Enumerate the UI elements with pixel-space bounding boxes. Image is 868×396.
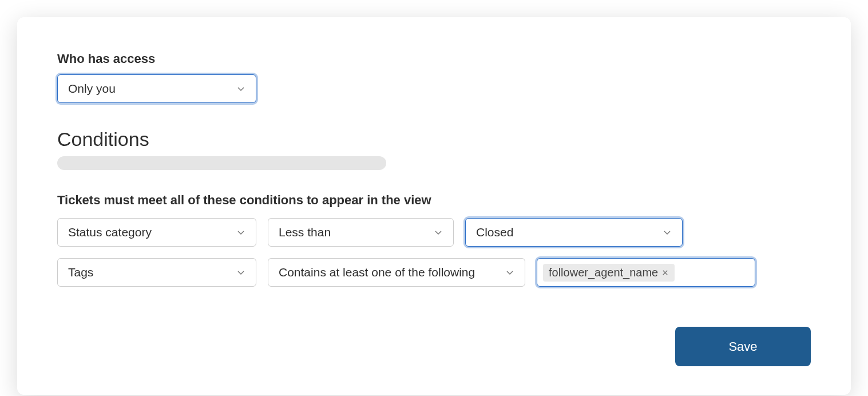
condition-value-text: Closed	[476, 225, 513, 239]
chevron-down-icon	[236, 268, 245, 277]
chevron-down-icon	[505, 268, 514, 277]
condition-field-select[interactable]: Status category	[57, 218, 256, 247]
condition-field-select[interactable]: Tags	[57, 258, 256, 287]
tag-chip: follower_agent_name	[543, 264, 675, 282]
conditions-description-placeholder	[57, 156, 386, 170]
access-label: Who has access	[57, 52, 811, 66]
condition-row: Status category Less than Closed	[57, 218, 811, 247]
conditions-subtext: Tickets must meet all of these condition…	[57, 193, 811, 208]
chevron-down-icon	[236, 84, 245, 93]
condition-operator-select[interactable]: Contains at least one of the following	[268, 258, 525, 287]
condition-row: Tags Contains at least one of the follow…	[57, 258, 811, 287]
view-settings-card: Who has access Only you Conditions Ticke…	[17, 17, 851, 395]
condition-operator-value: Less than	[279, 225, 331, 239]
access-select[interactable]: Only you	[57, 74, 256, 103]
condition-field-value: Tags	[68, 266, 93, 279]
condition-tag-input[interactable]: follower_agent_name	[537, 258, 755, 287]
conditions-title: Conditions	[57, 128, 811, 151]
condition-operator-value: Contains at least one of the following	[279, 266, 475, 279]
close-icon[interactable]	[661, 269, 669, 276]
chevron-down-icon	[236, 228, 245, 237]
condition-operator-select[interactable]: Less than	[268, 218, 454, 247]
chevron-down-icon	[663, 228, 672, 237]
save-button[interactable]: Save	[675, 327, 811, 366]
condition-value-select[interactable]: Closed	[465, 218, 683, 247]
tag-chip-label: follower_agent_name	[549, 266, 658, 279]
condition-field-value: Status category	[68, 225, 152, 239]
chevron-down-icon	[434, 228, 443, 237]
access-select-value: Only you	[68, 82, 116, 96]
footer: Save	[57, 327, 811, 366]
